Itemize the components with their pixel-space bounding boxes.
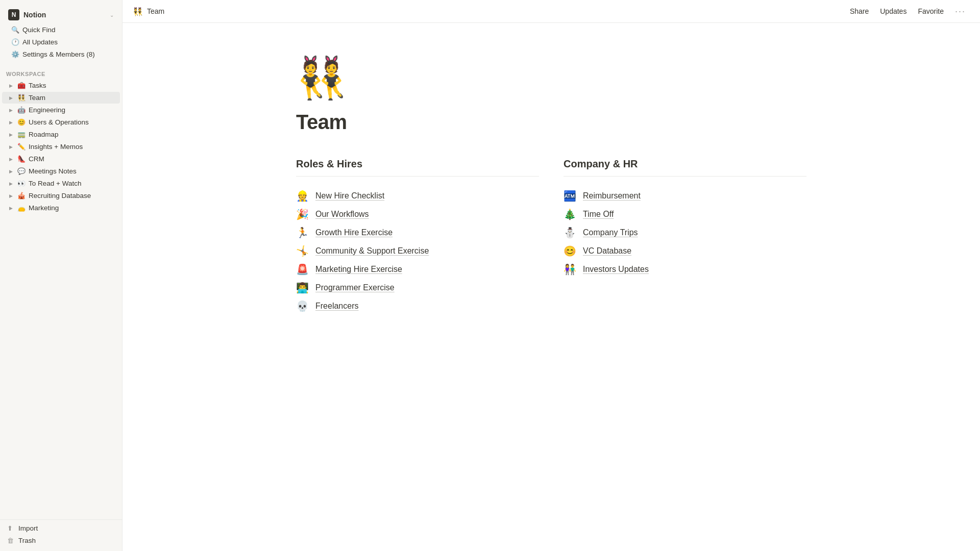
- toggle-icon[interactable]: ▶: [7, 107, 14, 114]
- link-item-roles-hires-2[interactable]: 🏃 Growth Hire Exercise: [296, 223, 539, 242]
- updates-button[interactable]: Updates: [876, 5, 911, 17]
- sidebar-item-roadmap[interactable]: ▶ 🚃 Roadmap: [2, 129, 120, 140]
- section-company-hr: Company & HR 🏧 Reimbursement 🎄 Time Off …: [564, 158, 806, 315]
- link-item-roles-hires-1[interactable]: 🎉 Our Workflows: [296, 205, 539, 223]
- sidebar-bottom: ⬆ Import 🗑 Trash: [0, 519, 122, 547]
- topbar-page-emoji: 👯: [133, 7, 143, 16]
- toggle-icon[interactable]: ▶: [7, 131, 14, 138]
- sidebar-item-team[interactable]: ▶ 👯 Team: [2, 92, 120, 104]
- link-text-roles-hires-0: New Hire Checklist: [315, 191, 384, 201]
- topbar-actions: Share Updates Favorite ···: [846, 4, 970, 19]
- link-emoji-company-hr-2: ⛄: [564, 227, 578, 239]
- more-options-button[interactable]: ···: [951, 4, 970, 19]
- toggle-icon[interactable]: ▶: [7, 143, 14, 151]
- sidebar-quick-find[interactable]: 🔍 Quick Find: [6, 24, 116, 36]
- sidebar-item-marketing[interactable]: ▶ 👝 Marketing: [2, 202, 120, 214]
- recruiting-database-label: Recruiting Database: [29, 192, 116, 199]
- share-button[interactable]: Share: [846, 5, 873, 17]
- link-item-roles-hires-3[interactable]: 🤸 Community & Support Exercise: [296, 242, 539, 260]
- sidebar-item-recruiting-database[interactable]: ▶ 🎪 Recruiting Database: [2, 190, 120, 202]
- link-item-roles-hires-0[interactable]: 👷 New Hire Checklist: [296, 187, 539, 205]
- link-item-company-hr-1[interactable]: 🎄 Time Off: [564, 205, 806, 223]
- toggle-icon[interactable]: ▶: [7, 82, 14, 89]
- toggle-icon[interactable]: ▶: [7, 192, 14, 199]
- link-item-roles-hires-4[interactable]: 🚨 Marketing Hire Exercise: [296, 260, 539, 279]
- sidebar-item-meetings-notes[interactable]: ▶ 💬 Meetings Notes: [2, 165, 120, 177]
- link-text-company-hr-0: Reimbursement: [583, 191, 641, 201]
- section-divider-company-hr: [564, 176, 806, 177]
- insights-memos-emoji-icon: ✏️: [17, 143, 26, 151]
- users-operations-label: Users & Operations: [29, 118, 116, 126]
- link-item-company-hr-3[interactable]: 😊 VC Database: [564, 242, 806, 260]
- sidebar-item-crm[interactable]: ▶ 👠 CRM: [2, 153, 120, 165]
- toggle-icon[interactable]: ▶: [7, 168, 14, 175]
- sidebar-item-to-read-watch[interactable]: ▶ 👀 To Read + Watch: [2, 178, 120, 189]
- toggle-icon[interactable]: ▶: [7, 94, 14, 102]
- to-read-watch-emoji-icon: 👀: [17, 180, 26, 187]
- link-text-company-hr-3: VC Database: [583, 246, 631, 256]
- sidebar-item-engineering[interactable]: ▶ 🤖 Engineering: [2, 104, 120, 116]
- all-updates-label: All Updates: [22, 38, 112, 46]
- favorite-button[interactable]: Favorite: [914, 5, 948, 17]
- to-read-watch-label: To Read + Watch: [29, 180, 116, 187]
- tasks-emoji-icon: 🧰: [17, 82, 26, 89]
- link-item-company-hr-0[interactable]: 🏧 Reimbursement: [564, 187, 806, 205]
- workspace-label: WORKSPACE: [0, 65, 122, 79]
- recruiting-database-emoji-icon: 🎪: [17, 192, 26, 199]
- crm-emoji-icon: 👠: [17, 155, 26, 163]
- marketing-label: Marketing: [29, 204, 116, 212]
- content-columns: Roles & Hires 👷 New Hire Checklist 🎉 Our…: [296, 158, 806, 315]
- app-header[interactable]: N Notion ⌄: [4, 6, 118, 23]
- app-chevron-icon: ⌄: [110, 12, 114, 18]
- link-emoji-roles-hires-4: 🚨: [296, 263, 310, 276]
- sidebar-trash[interactable]: 🗑 Trash: [2, 535, 120, 546]
- marketing-emoji-icon: 👝: [17, 204, 26, 212]
- users-operations-emoji-icon: 😊: [17, 118, 26, 126]
- toggle-icon[interactable]: ▶: [7, 156, 14, 163]
- link-text-roles-hires-3: Community & Support Exercise: [315, 246, 429, 256]
- link-emoji-roles-hires-6: 💀: [296, 300, 310, 312]
- toggle-icon[interactable]: ▶: [7, 119, 14, 126]
- page-title: Team: [296, 111, 806, 134]
- import-label: Import: [18, 524, 116, 532]
- toggle-icon[interactable]: ▶: [7, 205, 14, 212]
- toggle-icon[interactable]: ▶: [7, 180, 14, 187]
- topbar: 👯 Team Share Updates Favorite ···: [122, 0, 980, 23]
- link-emoji-company-hr-1: 🎄: [564, 208, 578, 220]
- engineering-label: Engineering: [29, 106, 116, 114]
- insights-memos-label: Insights + Memos: [29, 143, 116, 151]
- roadmap-label: Roadmap: [29, 131, 116, 138]
- import-icon: ⬆: [7, 524, 15, 532]
- link-text-company-hr-4: Investors Updates: [583, 265, 649, 274]
- link-item-roles-hires-5[interactable]: 👨‍💻 Programmer Exercise: [296, 279, 539, 297]
- sidebar-settings[interactable]: ⚙️ Settings & Members (8): [6, 48, 116, 60]
- link-emoji-roles-hires-2: 🏃: [296, 227, 310, 239]
- main-area: 👯 Team Share Updates Favorite ··· 👯 Team…: [122, 0, 980, 551]
- link-text-roles-hires-5: Programmer Exercise: [315, 283, 395, 292]
- link-emoji-roles-hires-0: 👷: [296, 190, 310, 202]
- engineering-emoji-icon: 🤖: [17, 106, 26, 114]
- link-item-company-hr-4[interactable]: 👫 Investors Updates: [564, 260, 806, 279]
- sidebar-item-users-operations[interactable]: ▶ 😊 Users & Operations: [2, 116, 120, 128]
- section-heading-company-hr: Company & HR: [564, 158, 806, 170]
- sidebar-import[interactable]: ⬆ Import: [2, 522, 120, 534]
- link-text-roles-hires-1: Our Workflows: [315, 210, 369, 219]
- team-label: Team: [29, 94, 116, 102]
- link-emoji-company-hr-4: 👫: [564, 263, 578, 276]
- link-text-company-hr-2: Company Trips: [583, 228, 638, 237]
- page-content: 👯 Team Roles & Hires 👷 New Hire Checklis…: [245, 23, 857, 551]
- sidebar-all-updates[interactable]: 🕐 All Updates: [6, 36, 116, 48]
- app-name: Notion: [23, 11, 46, 19]
- link-item-company-hr-2[interactable]: ⛄ Company Trips: [564, 223, 806, 242]
- link-item-roles-hires-6[interactable]: 💀 Freelancers: [296, 297, 539, 315]
- trash-label: Trash: [18, 537, 116, 544]
- link-text-roles-hires-2: Growth Hire Exercise: [315, 228, 393, 237]
- notion-logo-icon: N: [8, 9, 19, 20]
- sidebar-item-tasks[interactable]: ▶ 🧰 Tasks: [2, 80, 120, 91]
- section-heading-roles-hires: Roles & Hires: [296, 158, 539, 170]
- section-divider-roles-hires: [296, 176, 539, 177]
- sidebar-item-insights-memos[interactable]: ▶ ✏️ Insights + Memos: [2, 141, 120, 153]
- page-icon: 👯: [296, 54, 806, 103]
- roadmap-emoji-icon: 🚃: [17, 131, 26, 138]
- sidebar-items: ▶ 🧰 Tasks ▶ 👯 Team ▶ 🤖 Engineering ▶ 😊 U…: [0, 79, 122, 214]
